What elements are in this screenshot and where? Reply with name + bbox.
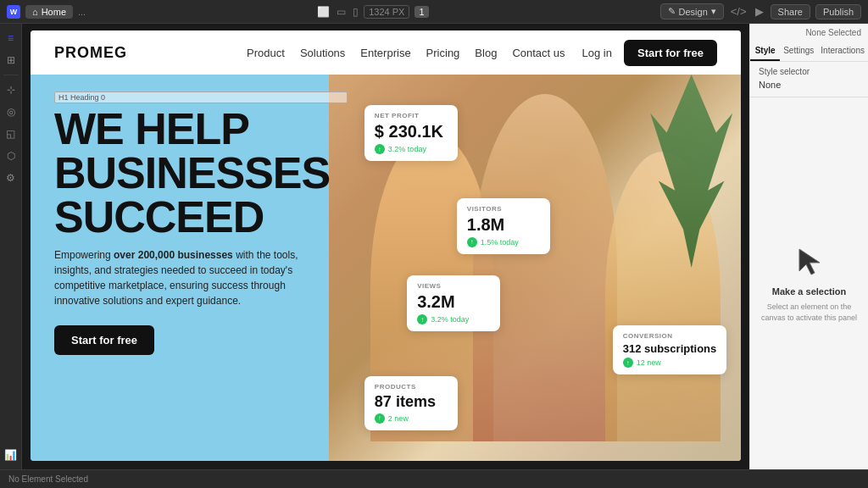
- conversion-value: 312 subscriptions: [623, 342, 717, 355]
- desktop-icon[interactable]: ⬜: [317, 6, 330, 18]
- right-panel: None Selected Style Settings Interaction…: [749, 24, 868, 469]
- none-selected-label: None Selected: [750, 24, 868, 42]
- site-nav: Product Solutions Enterprise Pricing Blo…: [247, 47, 565, 59]
- views-up-icon: ↑: [417, 314, 427, 324]
- nav-item-pricing[interactable]: Pricing: [426, 47, 460, 59]
- sidebar-item-analytics[interactable]: 📊: [2, 446, 20, 464]
- person-2-silhouette: [473, 94, 617, 441]
- device-icons: ⬜ ▭ ▯: [317, 6, 359, 18]
- hero-sub-plain: Empowering: [54, 249, 114, 261]
- visitors-label: VISITORS: [467, 205, 540, 213]
- hero-heading: WE HELP BUSINESSES SUCCEED: [54, 107, 348, 239]
- nav-login[interactable]: Log in: [582, 47, 612, 59]
- views-value: 3.2M: [417, 292, 490, 312]
- nav-item-enterprise[interactable]: Enterprise: [360, 47, 410, 59]
- publish-button[interactable]: Publish: [815, 4, 861, 19]
- stat-card-net-profit: NET PROFIT $ 230.1K ↑ 3.2% today: [364, 105, 458, 161]
- main-area: ≡ ⊞ ⊹ ◎ ◱ ⬡ ⚙ 📊 PROMEG Product Solutions…: [0, 24, 868, 469]
- empty-state-desc: Select an element on the canvas to activ…: [759, 302, 860, 323]
- style-selector-value: None: [750, 78, 868, 97]
- design-mode-selector[interactable]: ✎ Design ▾: [660, 3, 724, 19]
- top-bar: W ⌂ Home ... ⬜ ▭ ▯ 1324 PX 1 ✎ Design ▾ …: [0, 0, 868, 24]
- code-icon[interactable]: </>: [729, 3, 748, 19]
- tablet-icon[interactable]: ▭: [337, 6, 346, 18]
- stat-card-products: PRODUCTS 87 items ↑ 2 new: [364, 376, 458, 430]
- share-button[interactable]: Share: [771, 4, 810, 19]
- sidebar-item-cms[interactable]: ◎: [2, 103, 20, 121]
- px-display: 1324 PX: [364, 5, 409, 19]
- page-count: 1: [415, 6, 428, 18]
- hero-left: H1 Heading 0 WE HELP BUSINESSES SUCCEED …: [31, 75, 371, 461]
- topbar-left: W ⌂ Home ... ⬜ ▭ ▯ 1324 PX 1 ✎ Design ▾: [7, 3, 724, 19]
- bottom-bar: No Element Selected: [0, 469, 868, 488]
- net-profit-label: NET PROFIT: [375, 112, 448, 119]
- site-logo: PROMEG: [54, 44, 127, 62]
- left-sidebar: ≡ ⊞ ⊹ ◎ ◱ ⬡ ⚙ 📊: [0, 24, 22, 469]
- panel-tabs: Style Settings Interactions: [750, 42, 868, 62]
- design-mode-icon: ✎: [668, 6, 676, 17]
- more-tabs[interactable]: ...: [78, 7, 86, 17]
- canvas-area: PROMEG Product Solutions Enterprise Pric…: [22, 24, 749, 469]
- sidebar-item-components[interactable]: ⊞: [2, 51, 20, 69]
- status-text: No Element Selected: [8, 474, 88, 484]
- products-change: ↑ 2 new: [375, 413, 448, 424]
- hero-sub-bold: over 200,000 businesses: [114, 249, 233, 261]
- stat-card-conversion: CONVERSION 312 subscriptions ↑ 12 new: [613, 325, 727, 374]
- nav-item-product[interactable]: Product: [247, 47, 285, 59]
- visitors-up-icon: ↑: [467, 237, 477, 247]
- panel-empty-state: Make a selection Select an element on th…: [750, 97, 868, 469]
- views-change: ↑ 3.2% today: [417, 314, 490, 324]
- heading-label: H1 Heading 0: [54, 92, 348, 103]
- stat-card-visitors: VISITORS 1.8M ↑ 1.5% today: [457, 198, 550, 254]
- visitors-change: ↑ 1.5% today: [467, 237, 540, 247]
- hero-subtext: Empowering over 200,000 businesses with …: [54, 247, 309, 308]
- play-icon[interactable]: ▶: [754, 3, 765, 19]
- tab-settings[interactable]: Settings: [780, 42, 817, 61]
- net-profit-change: ↑ 3.2% today: [375, 144, 448, 154]
- home-tab[interactable]: ⌂ Home: [25, 5, 73, 19]
- tab-style[interactable]: Style: [750, 42, 780, 61]
- views-label: VIEWS: [417, 282, 490, 290]
- topbar-actions: </> ▶ Share Publish: [729, 3, 861, 19]
- nav-item-contact[interactable]: Contact us: [512, 47, 565, 59]
- conversion-label: CONVERSION: [623, 332, 717, 340]
- sidebar-item-add[interactable]: ⊹: [2, 80, 20, 99]
- sidebar-divider: [3, 75, 19, 75]
- tab-interactions[interactable]: Interactions: [817, 42, 868, 61]
- products-label: PRODUCTS: [375, 383, 448, 391]
- site-hero: H1 Heading 0 WE HELP BUSINESSES SUCCEED …: [31, 75, 741, 461]
- website-frame[interactable]: PROMEG Product Solutions Enterprise Pric…: [31, 30, 741, 461]
- sidebar-item-settings[interactable]: ⚙: [2, 169, 20, 187]
- conversion-up-icon: ↑: [623, 358, 633, 368]
- empty-state-title: Make a selection: [772, 286, 846, 297]
- net-profit-up-icon: ↑: [375, 144, 385, 154]
- visitors-value: 1.8M: [467, 215, 540, 235]
- style-selector-label: Style selector: [750, 62, 868, 78]
- conversion-change: ↑ 12 new: [623, 358, 717, 368]
- stat-card-views: VIEWS 3.2M ↑ 3.2% today: [407, 275, 500, 331]
- products-value: 87 items: [375, 393, 448, 411]
- home-icon: ⌂: [32, 7, 38, 17]
- mobile-icon[interactable]: ▯: [353, 6, 359, 18]
- webflow-logo-icon: W: [7, 5, 20, 19]
- net-profit-value: $ 230.1K: [375, 122, 448, 141]
- website-preview: PROMEG Product Solutions Enterprise Pric…: [31, 30, 741, 461]
- nav-item-blog[interactable]: Blog: [475, 47, 497, 59]
- nav-item-solutions[interactable]: Solutions: [300, 47, 345, 59]
- sidebar-item-assets[interactable]: ⬡: [2, 147, 20, 165]
- products-up-icon: ↑: [375, 413, 385, 424]
- chevron-down-icon: ▾: [711, 6, 716, 17]
- hero-cta-button[interactable]: Start for free: [54, 325, 154, 355]
- sidebar-item-pages[interactable]: ◱: [2, 125, 20, 143]
- nav-cta-button[interactable]: Start for free: [624, 40, 717, 66]
- sidebar-item-navigator[interactable]: ≡: [2, 29, 20, 47]
- site-navbar: PROMEG Product Solutions Enterprise Pric…: [31, 30, 741, 75]
- cursor-icon: [793, 244, 826, 278]
